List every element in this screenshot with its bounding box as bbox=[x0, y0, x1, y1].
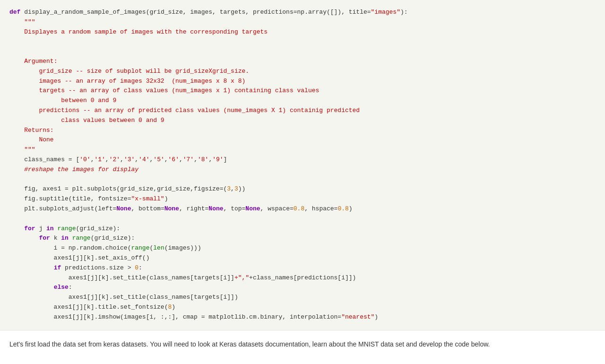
page-container: def display_a_random_sample_of_images(gr… bbox=[0, 0, 605, 364]
code-line-19: fig, axes1 = plt.subplots(grid_size,grid… bbox=[9, 184, 596, 194]
code-line-23: for j in range(grid_size): bbox=[9, 224, 596, 234]
code-line-11: predictions -- an array of predicted cla… bbox=[9, 106, 596, 116]
code-line-27: if predictions.size > 0: bbox=[9, 263, 596, 273]
code-line-16: class_names = ['0','1','2','3','4','5','… bbox=[9, 155, 596, 165]
code-line-12: class values between 0 and 9 bbox=[9, 116, 596, 126]
code-line-6: Argument: bbox=[9, 57, 596, 67]
code-line-3: Displayes a random sample of images with… bbox=[9, 27, 596, 37]
code-line-2: """ bbox=[9, 17, 596, 27]
description-block: Let's first load the data set from keras… bbox=[0, 330, 605, 357]
code-line-14: None bbox=[9, 135, 596, 145]
code-line-32: axes1[j][k].imshow(images[i, :,:], cmap … bbox=[9, 312, 596, 322]
code-line-21: plt.subplots_adjust(left=None, bottom=No… bbox=[9, 204, 596, 214]
code-line-31: axes1[j][k].title.set_fontsize(8) bbox=[9, 303, 596, 312]
code-line-28: axes1[j][k].set_title(class_names[target… bbox=[9, 273, 596, 283]
code-line-13: Returns: bbox=[9, 126, 596, 136]
code-line-29: else: bbox=[9, 283, 596, 293]
code-line-9: targets -- an array of class values (num… bbox=[9, 86, 596, 96]
code-line-5 bbox=[9, 47, 596, 57]
code-line-4 bbox=[9, 37, 596, 47]
code-line-20: fig.suptitle(title, fontsize="x-small") bbox=[9, 194, 596, 204]
code-line-30: axes1[j][k].set_title(class_names[target… bbox=[9, 293, 596, 303]
code-line-22 bbox=[9, 214, 596, 224]
code-line-18 bbox=[9, 175, 596, 185]
code-block: def display_a_random_sample_of_images(gr… bbox=[0, 0, 605, 330]
code-line-17: #reshape the images for display bbox=[9, 165, 596, 175]
code-line-26: axes1[j][k].set_axis_off() bbox=[9, 253, 596, 263]
code-line-10: between 0 and 9 bbox=[9, 96, 596, 106]
description-text: Let's first load the data set from keras… bbox=[9, 339, 596, 349]
code-line-15: """ bbox=[9, 145, 596, 155]
code-line-25: i = np.random.choice(range(len(images))) bbox=[9, 243, 596, 253]
code-line-8: images -- an array of images 32x32 (num_… bbox=[9, 77, 596, 87]
code-line-7: grid_size -- size of subplot will be gri… bbox=[9, 67, 596, 77]
code-line-1: def display_a_random_sample_of_images(gr… bbox=[9, 8, 596, 17]
code-line-24: for k in range(grid_size): bbox=[9, 234, 596, 243]
